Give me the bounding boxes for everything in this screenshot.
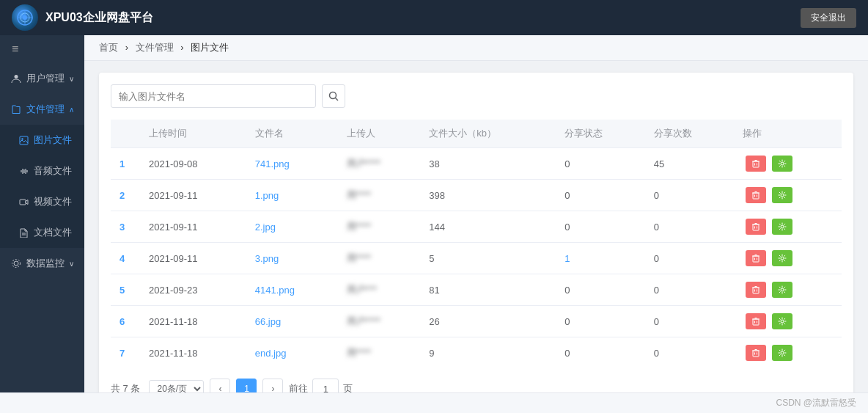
cell-share-count: 0 xyxy=(645,337,735,369)
search-input[interactable] xyxy=(111,84,316,108)
svg-rect-51 xyxy=(753,351,759,357)
svg-point-56 xyxy=(781,351,784,354)
cell-share-count: 0 xyxy=(645,243,735,274)
svg-point-12 xyxy=(12,260,21,268)
sidebar-item-audio-files[interactable]: 音频文件 xyxy=(0,156,84,186)
cell-index: 4 xyxy=(111,243,140,274)
col-upload-time: 上传时间 xyxy=(140,120,246,148)
svg-rect-6 xyxy=(20,136,28,145)
file-link[interactable]: 4141.png xyxy=(255,285,295,296)
settings-button[interactable] xyxy=(772,219,792,235)
table-row: 1 2021-09-08 741.png 用户**** 38 0 45 xyxy=(111,148,842,180)
sidebar-item-video-files[interactable]: 视频文件 xyxy=(0,186,84,217)
svg-point-50 xyxy=(781,320,784,323)
cell-share-count: 0 xyxy=(645,211,735,243)
cell-uploader: 用户*** xyxy=(338,274,420,306)
cell-filename: 1.png xyxy=(246,180,338,211)
delete-button[interactable] xyxy=(746,313,766,329)
cell-share-count: 0 xyxy=(645,274,735,306)
cell-index: 3 xyxy=(111,211,140,243)
file-link[interactable]: end.jpg xyxy=(255,348,287,359)
cell-index: 5 xyxy=(111,274,140,306)
file-link[interactable]: 2.jpg xyxy=(255,222,276,233)
footer-text: CSDN @流默雷怒受 xyxy=(776,397,856,409)
cell-actions xyxy=(734,274,842,306)
cell-filename: 3.png xyxy=(246,243,338,274)
video-icon xyxy=(18,196,29,208)
delete-button[interactable] xyxy=(746,345,766,361)
svg-rect-21 xyxy=(753,193,759,199)
cell-size: 5 xyxy=(420,243,556,274)
svg-line-14 xyxy=(336,98,339,101)
gear-icon xyxy=(778,222,787,231)
svg-rect-33 xyxy=(753,256,759,262)
file-link[interactable]: 741.png xyxy=(255,158,290,169)
file-link[interactable]: 66.jpg xyxy=(255,316,281,327)
gear-icon xyxy=(778,317,787,326)
cell-uploader: 用户**** xyxy=(338,306,420,337)
sidebar-item-data-monitor[interactable]: 数据监控 ∨ xyxy=(0,248,84,279)
search-bar xyxy=(111,84,842,108)
file-link[interactable]: 3.png xyxy=(255,253,279,264)
svg-rect-27 xyxy=(753,224,759,230)
uploader-name: 用**** xyxy=(347,189,371,200)
col-size: 文件大小（kb） xyxy=(420,120,556,148)
svg-rect-8 xyxy=(20,200,26,205)
breadcrumb-home[interactable]: 首页 xyxy=(99,42,118,53)
logout-button[interactable]: 安全退出 xyxy=(801,8,856,28)
cell-index: 2 xyxy=(111,180,140,211)
search-button[interactable] xyxy=(322,84,345,108)
page-goto: 前往 页 xyxy=(289,379,353,392)
cell-index: 1 xyxy=(111,148,140,180)
cell-uploader: 用**** xyxy=(338,180,420,211)
sidebar-item-file-management[interactable]: 文件管理 ∧ xyxy=(0,94,84,125)
col-actions: 操作 xyxy=(734,120,842,148)
cell-share-count: 0 xyxy=(645,180,735,211)
file-mgmt-icon xyxy=(10,103,22,115)
uploader-name: 用**** xyxy=(347,252,371,263)
cell-upload-time: 2021-11-18 xyxy=(140,306,246,337)
delete-button[interactable] xyxy=(746,187,766,203)
delete-button[interactable] xyxy=(746,250,766,266)
search-icon xyxy=(328,91,339,101)
file-table: 上传时间 文件名 上传人 文件大小（kb） 分享状态 分享次数 操作 1 202… xyxy=(111,120,842,368)
page-size-select[interactable]: 20条/页 10条/页 50条/页 xyxy=(149,380,204,392)
table-row: 3 2021-09-11 2.jpg 用**** 144 0 0 xyxy=(111,211,842,243)
gear-icon xyxy=(778,285,787,294)
app-title: XPU03企业网盘平台 xyxy=(45,10,801,26)
monitor-icon xyxy=(10,257,22,269)
body-layout: ≡ 用户管理 ∨ 文件管理 ∧ xyxy=(0,35,868,392)
content-area: 上传时间 文件名 上传人 文件大小（kb） 分享状态 分享次数 操作 1 202… xyxy=(84,61,868,392)
sidebar-item-label: 音频文件 xyxy=(34,164,72,178)
table-row: 5 2021-09-23 4141.png 用户*** 81 0 0 xyxy=(111,274,842,306)
page-goto-input[interactable] xyxy=(312,379,339,392)
delete-button[interactable] xyxy=(746,156,766,172)
cell-size: 38 xyxy=(420,148,556,180)
file-link[interactable]: 1.png xyxy=(255,190,279,201)
prev-page-button[interactable]: ‹ xyxy=(210,379,230,392)
settings-button[interactable] xyxy=(772,187,792,203)
sidebar-item-label: 数据监控 xyxy=(26,257,65,270)
settings-button[interactable] xyxy=(772,345,792,361)
sidebar-item-doc-files[interactable]: 文档文件 xyxy=(0,217,84,248)
trash-icon xyxy=(751,159,760,168)
settings-button[interactable] xyxy=(772,156,792,172)
svg-point-32 xyxy=(781,225,784,228)
cell-actions xyxy=(734,180,842,211)
cell-uploader: 用**** xyxy=(338,211,420,243)
settings-button[interactable] xyxy=(772,282,792,298)
gear-icon xyxy=(778,254,787,263)
delete-button[interactable] xyxy=(746,219,766,235)
sidebar-item-user-management[interactable]: 用户管理 ∨ xyxy=(0,63,84,94)
cell-upload-time: 2021-09-11 xyxy=(140,243,246,274)
cell-index: 7 xyxy=(111,337,140,369)
cell-filename: 4141.png xyxy=(246,274,338,306)
delete-button[interactable] xyxy=(746,282,766,298)
page-1-button[interactable]: 1 xyxy=(236,379,257,392)
sidebar-item-image-files[interactable]: 图片文件 xyxy=(0,125,84,156)
next-page-button[interactable]: › xyxy=(262,379,283,392)
breadcrumb-file-mgmt[interactable]: 文件管理 xyxy=(136,42,174,53)
sidebar-toggle[interactable]: ≡ xyxy=(0,35,84,63)
settings-button[interactable] xyxy=(772,250,792,266)
settings-button[interactable] xyxy=(772,313,792,329)
